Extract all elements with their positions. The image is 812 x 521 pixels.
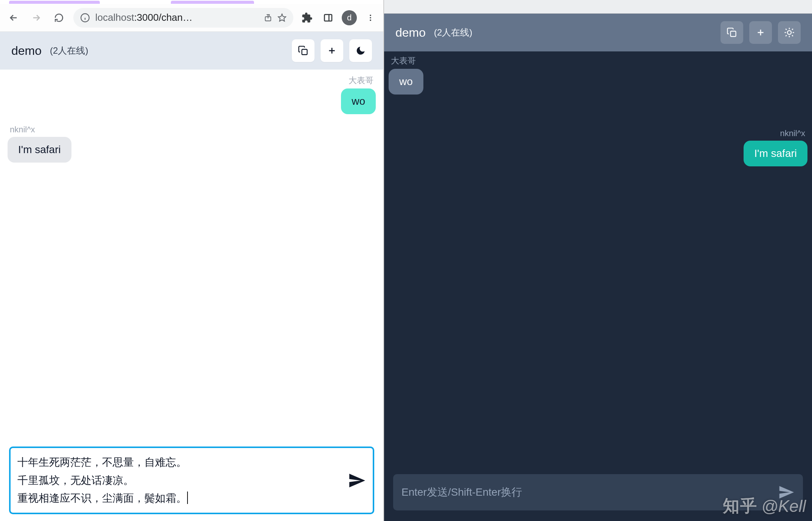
text-cursor — [187, 492, 188, 504]
add-button[interactable] — [749, 21, 772, 44]
tab-strip — [0, 0, 383, 4]
address-text: localhost:3000/chan… — [95, 12, 259, 23]
message-group: nknil^x I'm safari — [8, 125, 376, 163]
sender-name: 大表哥 — [389, 55, 418, 67]
composer-light[interactable]: 十年生死两茫茫，不思量，自难忘。 千里孤坟，无处话凄凉。 重视相逢应不识，尘满面… — [9, 447, 374, 514]
message-bubble[interactable]: I'm safari — [8, 137, 71, 163]
left-browser-pane: localhost:3000/chan… d demo (2人在线) — [0, 0, 384, 521]
message-group: 大表哥 wo — [389, 55, 807, 95]
avatar-letter: d — [347, 13, 352, 23]
svg-marker-4 — [278, 14, 286, 21]
bookmark-star-icon[interactable] — [277, 13, 287, 22]
safari-toolbar-sliver — [384, 0, 812, 14]
message-bubble[interactable]: I'm safari — [744, 141, 807, 166]
svg-line-23 — [786, 35, 787, 36]
right-browser-pane: demo (2人在线) 大表哥 wo nknil^x I'm safari — [384, 0, 812, 521]
share-icon[interactable] — [264, 14, 272, 22]
site-info-icon[interactable] — [80, 13, 90, 23]
svg-line-24 — [792, 29, 793, 30]
send-button[interactable] — [348, 471, 366, 490]
theme-toggle-button[interactable] — [349, 39, 372, 62]
svg-rect-10 — [302, 50, 307, 55]
profile-avatar[interactable]: d — [342, 10, 357, 25]
kebab-menu-icon[interactable] — [363, 10, 378, 25]
svg-line-20 — [792, 35, 793, 36]
chat-header-light: demo (2人在线) — [0, 32, 383, 70]
back-button[interactable] — [5, 9, 22, 26]
chat-body-light: 大表哥 wo nknil^x I'm safari — [0, 70, 383, 442]
chat-header-dark: demo (2人在线) — [384, 14, 812, 51]
composer-dark[interactable] — [393, 474, 803, 510]
composer-value: 十年生死两茫茫，不思量，自难忘。 千里孤坟，无处话凄凉。 重视相逢应不识，尘满面… — [17, 456, 187, 504]
sender-name: nknil^x — [8, 125, 37, 135]
tab-gap — [109, 1, 162, 4]
tab-indicator[interactable] — [9, 1, 100, 4]
side-panel-icon[interactable] — [321, 10, 336, 25]
reload-button[interactable] — [51, 9, 67, 26]
svg-point-16 — [787, 31, 791, 34]
theme-toggle-button[interactable] — [778, 21, 801, 44]
sender-name: nknil^x — [778, 129, 807, 138]
address-bar[interactable]: localhost:3000/chan… — [73, 8, 293, 28]
copy-button[interactable] — [721, 21, 743, 44]
chat-body-dark: 大表哥 wo nknil^x I'm safari — [384, 51, 812, 467]
message-bubble[interactable]: wo — [341, 88, 376, 114]
extensions-icon[interactable] — [299, 10, 315, 25]
online-count: (2人在线) — [50, 45, 88, 57]
tab-indicator[interactable] — [171, 1, 254, 4]
copy-button[interactable] — [292, 39, 315, 62]
forward-button[interactable] — [28, 9, 45, 26]
svg-point-9 — [370, 19, 371, 21]
svg-rect-5 — [324, 14, 332, 21]
svg-point-7 — [370, 14, 371, 16]
composer-input[interactable] — [401, 486, 773, 498]
room-name: demo — [11, 44, 42, 58]
room-name: demo — [395, 26, 426, 40]
add-button[interactable] — [321, 39, 343, 62]
browser-toolbar: localhost:3000/chan… d — [0, 4, 383, 32]
composer-textarea[interactable]: 十年生死两茫茫，不思量，自难忘。 千里孤坟，无处话凄凉。 重视相逢应不识，尘满面… — [17, 453, 342, 507]
message-bubble[interactable]: wo — [389, 69, 423, 95]
send-button[interactable] — [778, 484, 795, 501]
sender-name: 大表哥 — [346, 75, 376, 86]
svg-point-8 — [370, 17, 371, 19]
svg-rect-13 — [731, 31, 736, 37]
online-count: (2人在线) — [434, 26, 472, 39]
message-group: 大表哥 wo — [8, 75, 376, 114]
svg-line-19 — [786, 29, 787, 30]
message-group: nknil^x I'm safari — [389, 129, 807, 166]
